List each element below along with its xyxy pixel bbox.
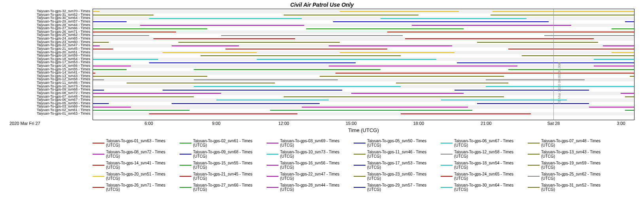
gantt-segment (381, 18, 527, 19)
legend: Taiyuan-To-gps-01_svn63 - Times (UTCG)Ta… (93, 139, 631, 194)
gantt-segment (477, 42, 599, 43)
legend-item: Taiyuan-To-gps-11_svn46 - Times (UTCG) (354, 150, 441, 158)
legend-label: Taiyuan-To-gps-18_svn54 - Times (UTCG) (454, 161, 528, 170)
legend-label: Taiyuan-To-gps-12_svn58 - Times (UTCG) (454, 150, 528, 158)
legend-item: Taiyuan-To-gps-09_svn68 - Times (UTCG) (180, 150, 267, 158)
gantt-segment (93, 28, 207, 29)
gantt-segment (455, 90, 589, 91)
legend-label: Taiyuan-To-gps-07_svn48 - Times (UTCG) (541, 139, 615, 147)
legend-swatch (354, 154, 366, 155)
legend-item: Taiyuan-To-gps-21_svn45 - Times (UTCG) (180, 172, 267, 181)
gantt-segment (163, 90, 342, 91)
gantt-segment (178, 42, 340, 43)
legend-label: Taiyuan-To-gps-31_svn52 - Times (UTCG) (541, 183, 615, 192)
legend-item: Taiyuan-To-gps-26_svn71 - Times (UTCG) (93, 183, 180, 192)
legend-label: Taiyuan-To-gps-11_svn46 - Times (UTCG) (367, 150, 441, 158)
gantt-segment (216, 100, 329, 100)
gantt-segment (594, 66, 634, 66)
gantt-segment (329, 45, 452, 46)
gantt-segment (455, 73, 634, 74)
plot-area: 28 Mar 2020 00:00:00.000 (93, 9, 635, 120)
legend-label: Taiyuan-To-gps-06_svn67 - Times (UTCG) (454, 139, 528, 147)
gantt-segment (302, 107, 468, 108)
legend-item: Taiyuan-To-gps-12_svn58 - Times (UTCG) (441, 150, 528, 158)
gantt-segment (93, 42, 109, 43)
gantt-segment (93, 73, 95, 74)
legend-label: Taiyuan-To-gps-28_svn44 - Times (UTCG) (280, 183, 354, 192)
legend-item: Taiyuan-To-gps-13_svn43 - Times (UTCG) (528, 150, 615, 158)
gantt-segment (508, 49, 634, 49)
x-axis-label: Time (UTCG) (93, 127, 635, 133)
x-tick-label: 18:00 (413, 121, 424, 126)
gantt-segment (441, 100, 567, 100)
legend-swatch (93, 154, 104, 155)
gantt-segment (127, 83, 275, 83)
x-tick-label: 6:00 (144, 121, 153, 126)
legend-swatch (441, 165, 453, 166)
legend-item: Taiyuan-To-gps-25_svn62 - Times (UTCG) (528, 172, 615, 181)
legend-swatch (180, 187, 191, 188)
x-axis-ticks: 6:009:0012:0015:0018:0021:00Sat 283:00 (93, 120, 635, 127)
legend-item: Taiyuan-To-gps-24_svn65 - Times (UTCG) (441, 172, 528, 181)
gantt-segment (93, 49, 113, 49)
legend-swatch (180, 154, 191, 155)
gantt-segment (93, 107, 131, 108)
gantt-segment (351, 93, 464, 94)
legend-swatch (93, 165, 104, 166)
legend-label: Taiyuan-To-gps-23_svn60 - Times (UTCG) (367, 172, 441, 181)
legend-label: Taiyuan-To-gps-08_svn72 - Times (UTCG) (106, 150, 180, 158)
legend-label: Taiyuan-To-gps-13_svn43 - Times (UTCG) (541, 150, 615, 158)
gantt-segment (93, 76, 207, 77)
gantt-segment (589, 107, 634, 108)
gantt-segment (508, 69, 634, 70)
legend-item: Taiyuan-To-gps-28_svn44 - Times (UTCG) (267, 183, 354, 192)
gantt-segment (320, 76, 504, 77)
gantt-segment (621, 93, 634, 94)
legend-item: Taiyuan-To-gps-14_svn41 - Times (UTCG) (93, 161, 180, 170)
legend-swatch (441, 154, 453, 155)
legend-swatch (267, 165, 278, 166)
x-tick-label: 12:00 (278, 121, 289, 126)
legend-swatch (180, 176, 191, 177)
gantt-segment (387, 32, 634, 32)
legend-item: Taiyuan-To-gps-16_svn56 - Times (UTCG) (267, 161, 354, 170)
gantt-segment (492, 11, 634, 12)
gantt-segment (486, 79, 585, 80)
legend-swatch (354, 187, 366, 188)
legend-item: Taiyuan-To-gps-27_svn66 - Times (UTCG) (180, 183, 267, 192)
chart-container: Civil Air Patrol Use Only Taiyuan-To-gps… (6, 0, 638, 194)
legend-item: Taiyuan-To-gps-31_svn52 - Times (UTCG) (528, 183, 615, 192)
gantt-segment (477, 103, 589, 104)
gantt-segment (140, 25, 304, 26)
legend-swatch (528, 176, 540, 177)
legend-item: Taiyuan-To-gps-10_svn73 - Times (UTCG) (267, 150, 354, 158)
gantt-segment (93, 45, 100, 46)
legend-swatch (180, 165, 191, 166)
legend-label: Taiyuan-To-gps-21_svn45 - Times (UTCG) (193, 172, 267, 181)
gantt-segment (340, 11, 459, 12)
gantt-segment (257, 59, 436, 60)
gantt-segment (149, 62, 356, 63)
legend-item: Taiyuan-To-gps-05_svn50 - Times (UTCG) (354, 139, 441, 147)
legend-item: Taiyuan-To-gps-06_svn67 - Times (UTCG) (441, 139, 528, 147)
legend-swatch (441, 187, 453, 188)
legend-item: Taiyuan-To-gps-23_svn60 - Times (UTCG) (354, 172, 441, 181)
legend-swatch (528, 154, 540, 155)
gantt-segment (93, 90, 104, 91)
gantt-segment (93, 69, 127, 70)
gantt-segment (401, 113, 531, 114)
gantt-segment (93, 110, 189, 111)
gantt-segment (594, 59, 634, 60)
legend-label: Taiyuan-To-gps-02_svn61 - Times (UTCG) (193, 139, 267, 147)
gantt-segment (93, 21, 127, 22)
x-tick-label: 15:00 (346, 121, 357, 126)
gantt-segment (93, 66, 131, 66)
legend-swatch (441, 143, 453, 143)
gantt-segment (93, 32, 176, 32)
legend-label: Taiyuan-To-gps-14_svn41 - Times (UTCG) (106, 161, 180, 170)
legend-label: Taiyuan-To-gps-05_svn50 - Times (UTCG) (367, 139, 441, 147)
gantt-segment (93, 79, 104, 80)
gantt-segment (457, 62, 634, 63)
legend-swatch (354, 143, 366, 143)
gantt-segment (544, 35, 634, 36)
